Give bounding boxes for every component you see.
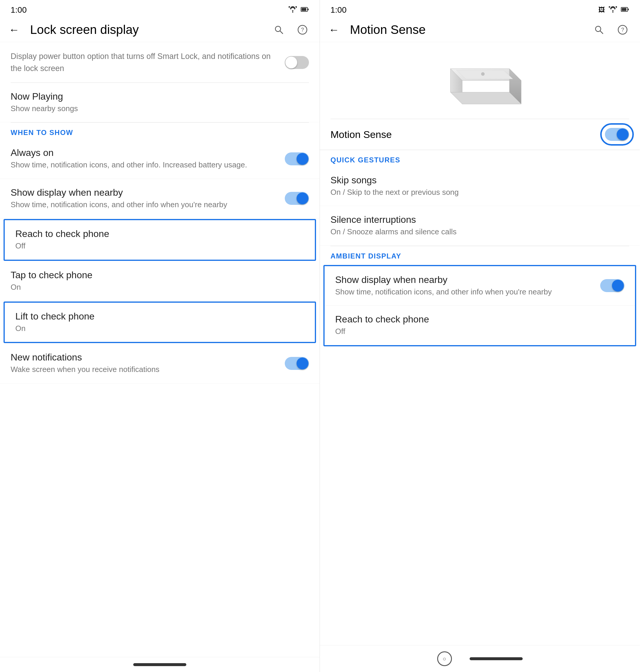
top-setting-text: Display power button option that turns o… <box>11 50 279 74</box>
show-display-nearby-subtitle: Show time, notification icons, and other… <box>11 199 285 210</box>
always-on-text: Always on Show time, notification icons,… <box>11 147 285 170</box>
reach-to-check-highlight: Reach to check phone Off <box>3 219 316 261</box>
wifi-icon-right <box>609 5 617 15</box>
bottom-bar-left <box>0 657 320 672</box>
tap-to-check-title: Tap to check phone <box>11 270 309 281</box>
top-setting-section: Display power button option that turns o… <box>0 42 320 83</box>
show-display-nearby-right-toggle[interactable] <box>600 279 624 292</box>
new-notifications-toggle[interactable] <box>285 357 309 370</box>
show-display-nearby-right-text: Show display when nearby Show time, noti… <box>335 274 600 297</box>
top-bar-left: ← Lock screen display ? <box>0 18 320 42</box>
svg-marker-20 <box>456 70 513 79</box>
ambient-display-highlight: Show display when nearby Show time, noti… <box>323 265 636 346</box>
svg-rect-11 <box>628 9 629 10</box>
reach-to-check-title: Reach to check phone <box>15 229 304 239</box>
status-bar-left: 1:00 <box>0 0 320 18</box>
now-playing-text: Now Playing Show nearby songs <box>11 91 309 114</box>
nav-circle-icon[interactable]: ○ <box>437 652 452 666</box>
new-notifications-text: New notifications Wake screen when you r… <box>11 352 285 375</box>
always-on-item[interactable]: Always on Show time, notification icons,… <box>0 139 320 179</box>
help-button-right[interactable]: ? <box>614 21 631 39</box>
motion-sense-row: Motion Sense <box>320 119 640 150</box>
phone-3d-image <box>433 60 527 107</box>
new-notifications-item[interactable]: New notifications Wake screen when you r… <box>0 344 320 383</box>
tap-to-check-subtitle: On <box>11 282 309 292</box>
wifi-icon-left <box>288 5 297 15</box>
bottom-bar-right: ○ <box>320 645 640 672</box>
svg-point-8 <box>612 12 613 13</box>
skip-songs-subtitle: On / Skip to the next or previous song <box>331 187 629 198</box>
battery-icon-right <box>621 5 629 15</box>
status-icons-right: 🖼 <box>598 5 629 15</box>
silence-interruptions-subtitle: On / Snooze alarms and silence calls <box>331 227 629 237</box>
svg-rect-10 <box>622 8 626 11</box>
svg-marker-19 <box>450 92 521 104</box>
when-to-show-label: WHEN TO SHOW <box>0 122 320 139</box>
motion-sense-toggle[interactable] <box>605 128 629 141</box>
show-display-nearby-toggle[interactable] <box>285 192 309 205</box>
svg-rect-2 <box>302 8 306 11</box>
search-button-right[interactable] <box>590 21 608 39</box>
always-on-subtitle: Show time, notification icons, and other… <box>11 159 285 170</box>
right-panel: 1:00 🖼 ← Motion Sense ? <box>320 0 640 672</box>
image-icon-right: 🖼 <box>598 6 605 14</box>
silence-interruptions-text: Silence interruptions On / Snooze alarms… <box>331 214 629 237</box>
reach-to-check-right-title: Reach to check phone <box>335 314 624 325</box>
reach-to-check-right-subtitle: Off <box>335 326 624 337</box>
svg-point-21 <box>481 72 485 76</box>
home-indicator-left <box>133 663 186 666</box>
now-playing-item[interactable]: Now Playing Show nearby songs <box>0 83 320 122</box>
now-playing-subtitle: Show nearby songs <box>11 103 309 114</box>
bottom-nav-right: ○ <box>437 652 523 666</box>
new-notifications-title: New notifications <box>11 352 285 363</box>
lift-to-check-text: Lift to check phone On <box>15 311 304 334</box>
svg-line-13 <box>600 31 603 33</box>
reach-to-check-right-text: Reach to check phone Off <box>335 314 624 337</box>
always-on-toggle[interactable] <box>285 152 309 165</box>
silence-interruptions-title: Silence interruptions <box>331 214 629 225</box>
page-title-right: Motion Sense <box>350 23 584 37</box>
reach-to-check-subtitle: Off <box>15 240 304 251</box>
nav-circle-label: ○ <box>442 656 446 662</box>
motion-sense-label: Motion Sense <box>331 129 392 140</box>
show-display-nearby-text: Show display when nearby Show time, noti… <box>11 187 285 210</box>
time-left: 1:00 <box>11 5 27 15</box>
tap-to-check-text: Tap to check phone On <box>11 270 309 292</box>
reach-to-check-right-item[interactable]: Reach to check phone Off <box>324 306 635 345</box>
time-right: 1:00 <box>331 5 347 15</box>
reach-to-check-item[interactable]: Reach to check phone Off <box>5 220 315 259</box>
show-display-nearby-right-subtitle: Show time, notification icons, and other… <box>335 287 600 297</box>
ambient-display-label: AMBIENT DISPLAY <box>320 246 640 263</box>
phone-illustration <box>320 42 640 119</box>
top-bar-right: ← Motion Sense ? <box>320 18 640 42</box>
svg-line-5 <box>280 31 283 33</box>
motion-sense-toggle-container <box>605 128 629 141</box>
page-title-left: Lock screen display <box>30 23 264 37</box>
svg-rect-3 <box>308 9 309 10</box>
skip-songs-text: Skip songs On / Skip to the next or prev… <box>331 175 629 198</box>
tap-to-check-item[interactable]: Tap to check phone On <box>0 261 320 301</box>
help-button-left[interactable]: ? <box>294 21 311 39</box>
silence-interruptions-item[interactable]: Silence interruptions On / Snooze alarms… <box>320 206 640 246</box>
svg-text:?: ? <box>621 27 624 33</box>
show-display-nearby-right-item[interactable]: Show display when nearby Show time, noti… <box>324 266 635 306</box>
reach-to-check-text: Reach to check phone Off <box>15 229 304 251</box>
lift-to-check-subtitle: On <box>15 323 304 334</box>
now-playing-title: Now Playing <box>11 91 309 102</box>
left-panel: 1:00 ← Lock screen display ? Display pow… <box>0 0 320 672</box>
skip-songs-title: Skip songs <box>331 175 629 186</box>
status-bar-right: 1:00 🖼 <box>320 0 640 18</box>
back-button-right[interactable]: ← <box>326 20 344 39</box>
lift-to-check-item[interactable]: Lift to check phone On <box>5 303 315 342</box>
smart-lock-toggle[interactable] <box>285 56 309 69</box>
skip-songs-item[interactable]: Skip songs On / Skip to the next or prev… <box>320 166 640 206</box>
back-button-left[interactable]: ← <box>6 20 24 39</box>
home-indicator-right <box>470 657 523 660</box>
show-display-nearby-title: Show display when nearby <box>11 187 285 198</box>
lift-to-check-highlight: Lift to check phone On <box>3 302 316 343</box>
svg-point-0 <box>292 12 293 13</box>
search-button-left[interactable] <box>270 21 288 39</box>
new-notifications-subtitle: Wake screen when you receive notificatio… <box>11 364 285 375</box>
show-display-nearby-right-title: Show display when nearby <box>335 274 600 285</box>
show-display-nearby-item[interactable]: Show display when nearby Show time, noti… <box>0 179 320 218</box>
